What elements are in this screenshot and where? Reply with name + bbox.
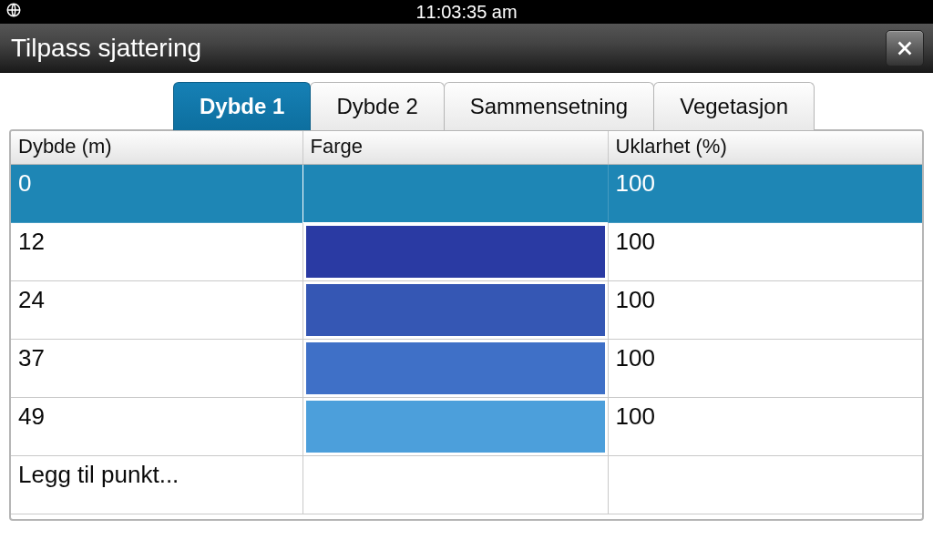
content: Dybde 1Dybde 2SammensetningVegetasjon Dy… <box>0 73 933 521</box>
add-point-color <box>302 456 608 514</box>
table-row[interactable]: 24100 <box>11 281 922 340</box>
shading-table: Dybde (m) Farge Uklarhet (%) 01001210024… <box>11 131 922 514</box>
table-row[interactable]: 0100 <box>11 165 922 223</box>
globe-icon <box>5 2 22 23</box>
tab-vegetasjon[interactable]: Vegetasjon <box>653 82 815 130</box>
close-button[interactable] <box>886 30 924 66</box>
cell-color[interactable] <box>302 281 608 340</box>
cell-opacity[interactable]: 100 <box>608 281 922 340</box>
tab-dybde-1[interactable]: Dybde 1 <box>173 82 311 130</box>
color-swatch <box>306 342 605 394</box>
close-icon <box>895 38 915 58</box>
cell-color[interactable] <box>302 340 608 398</box>
tab-sammensetning[interactable]: Sammensetning <box>444 82 654 130</box>
col-depth[interactable]: Dybde (m) <box>11 131 302 165</box>
table-row[interactable]: 12100 <box>11 223 922 281</box>
color-swatch <box>306 401 605 453</box>
col-color[interactable]: Farge <box>302 131 608 165</box>
cell-depth[interactable]: 0 <box>11 165 302 223</box>
table-header-row: Dybde (m) Farge Uklarhet (%) <box>11 131 922 165</box>
cell-depth[interactable]: 12 <box>11 223 302 281</box>
cell-color[interactable] <box>302 398 608 456</box>
cell-depth[interactable]: 37 <box>11 340 302 398</box>
color-swatch <box>306 226 605 278</box>
tabs: Dybde 1Dybde 2SammensetningVegetasjon <box>173 82 924 130</box>
add-point-label[interactable]: Legg til punkt... <box>11 456 302 514</box>
cell-opacity[interactable]: 100 <box>608 223 922 281</box>
table-row[interactable]: 49100 <box>11 398 922 456</box>
cell-opacity[interactable]: 100 <box>608 165 922 223</box>
col-opacity[interactable]: Uklarhet (%) <box>608 131 922 165</box>
titlebar: Tilpass sjattering <box>0 24 933 73</box>
table-row[interactable]: 37100 <box>11 340 922 398</box>
cell-color[interactable] <box>302 165 608 223</box>
window-title: Tilpass sjattering <box>11 34 201 63</box>
status-time: 11:03:35 am <box>415 2 517 23</box>
cell-opacity[interactable]: 100 <box>608 340 922 398</box>
status-bar: 11:03:35 am <box>0 0 933 24</box>
add-point-opacity <box>608 456 922 514</box>
add-point-row[interactable]: Legg til punkt... <box>11 456 922 514</box>
cell-color[interactable] <box>302 223 608 281</box>
cell-depth[interactable]: 49 <box>11 398 302 456</box>
table-container: Dybde (m) Farge Uklarhet (%) 01001210024… <box>9 129 924 521</box>
cell-depth[interactable]: 24 <box>11 281 302 340</box>
tab-dybde-2[interactable]: Dybde 2 <box>310 82 444 130</box>
color-swatch <box>306 284 605 336</box>
cell-opacity[interactable]: 100 <box>608 398 922 456</box>
